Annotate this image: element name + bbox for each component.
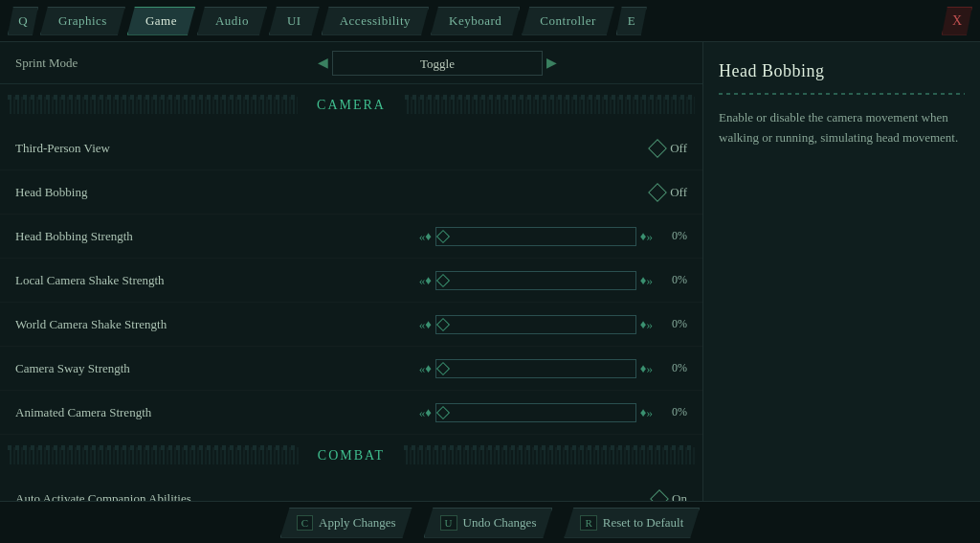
- local-camera-shake-row[interactable]: Local Camera Shake Strength «♦ ♦» 0%: [0, 259, 702, 303]
- third-person-view-toggle[interactable]: Off: [651, 141, 687, 156]
- sprint-mode-control: ◀ Toggle ▶: [188, 51, 687, 76]
- slider-right-arrow-3[interactable]: ♦»: [640, 317, 653, 332]
- head-bobbing-strength-row[interactable]: Head Bobbing Strength «♦ ♦» 0%: [0, 215, 702, 259]
- head-bobbing-strength-value: 0%: [660, 229, 687, 243]
- reset-default-button[interactable]: R Reset to Default: [564, 508, 700, 538]
- slider-thumb-2: [436, 273, 450, 286]
- undo-key: U: [440, 515, 457, 531]
- diamond-icon: [648, 139, 667, 158]
- tab-ui[interactable]: UI: [269, 7, 320, 35]
- animated-camera-value: 0%: [660, 405, 687, 419]
- head-bobbing-strength-label: Head Bobbing Strength: [15, 229, 226, 244]
- camera-header-line-left: [8, 97, 298, 114]
- slider-thumb: [436, 229, 450, 242]
- third-person-view-value: Off: [670, 141, 687, 156]
- local-camera-shake-value: 0%: [660, 273, 687, 287]
- combat-section-title: Combat: [299, 448, 404, 464]
- tab-graphics[interactable]: Graphics: [40, 7, 125, 35]
- world-camera-shake-slider[interactable]: «♦ ♦»: [419, 315, 653, 334]
- world-camera-shake-row[interactable]: World Camera Shake Strength «♦ ♦» 0%: [0, 303, 702, 347]
- auto-activate-companion-control: On: [226, 491, 687, 502]
- slider-thumb-5: [436, 405, 450, 419]
- camera-sway-value: 0%: [660, 361, 687, 375]
- sprint-mode-right-arrow[interactable]: ▶: [546, 55, 557, 71]
- combat-header-line-right: [404, 447, 695, 464]
- tab-controller[interactable]: Controller: [522, 7, 613, 35]
- slider-track[interactable]: [435, 227, 636, 246]
- camera-sway-label: Camera Sway Strength: [15, 361, 226, 376]
- close-button[interactable]: X: [942, 7, 972, 35]
- slider-right-arrow-4[interactable]: ♦»: [640, 361, 653, 376]
- reset-label: Reset to Default: [603, 515, 683, 531]
- help-description: Enable or disable the camera movement wh…: [719, 108, 965, 148]
- q-button[interactable]: Q: [8, 7, 38, 35]
- third-person-view-row[interactable]: Third-Person View Off: [0, 126, 702, 170]
- diamond-icon-3: [650, 489, 669, 501]
- help-panel: Head Bobbing Enable or disable the camer…: [702, 42, 980, 501]
- slider-track-3[interactable]: [435, 315, 636, 334]
- slider-left-arrow-5[interactable]: «♦: [419, 405, 432, 420]
- main-layout: Sprint Mode ◀ Toggle ▶ Camera Third-Pers…: [0, 42, 980, 501]
- camera-header-line-right: [405, 97, 695, 114]
- world-camera-shake-label: World Camera Shake Strength: [15, 317, 226, 332]
- sprint-mode-value: Toggle: [332, 51, 543, 76]
- camera-sway-slider[interactable]: «♦ ♦»: [419, 359, 653, 378]
- local-camera-shake-label: Local Camera Shake Strength: [15, 273, 226, 288]
- slider-track-4[interactable]: [435, 359, 636, 378]
- head-bobbing-label: Head Bobbing: [15, 185, 226, 200]
- slider-right-arrow[interactable]: ♦»: [640, 229, 653, 244]
- e-button[interactable]: E: [616, 7, 647, 35]
- apply-key: C: [297, 515, 313, 531]
- world-camera-shake-control: «♦ ♦» 0%: [226, 315, 687, 334]
- apply-label: Apply Changes: [319, 515, 396, 531]
- apply-changes-button[interactable]: C Apply Changes: [280, 508, 412, 538]
- tab-accessibility[interactable]: Accessibility: [322, 7, 429, 35]
- world-camera-shake-value: 0%: [660, 317, 687, 331]
- undo-changes-button[interactable]: U Undo Changes: [424, 508, 553, 538]
- slider-right-arrow-5[interactable]: ♦»: [640, 405, 653, 420]
- animated-camera-control: «♦ ♦» 0%: [226, 403, 687, 422]
- camera-sway-row[interactable]: Camera Sway Strength «♦ ♦» 0%: [0, 347, 702, 391]
- diamond-icon-2: [648, 183, 667, 202]
- slider-thumb-3: [436, 317, 450, 330]
- undo-label: Undo Changes: [463, 515, 537, 531]
- slider-thumb-4: [436, 361, 450, 374]
- auto-activate-companion-label: Auto Activate Companion Abilities: [15, 491, 226, 502]
- bottom-bar: C Apply Changes U Undo Changes R Reset t…: [0, 501, 980, 543]
- local-camera-shake-slider[interactable]: «♦ ♦»: [419, 271, 653, 290]
- camera-section-title: Camera: [298, 98, 405, 113]
- sprint-mode-left-arrow[interactable]: ◀: [318, 55, 328, 71]
- reset-key: R: [580, 515, 596, 531]
- slider-track-5[interactable]: [435, 403, 636, 422]
- third-person-view-label: Third-Person View: [15, 141, 226, 156]
- sprint-mode-label: Sprint Mode: [15, 56, 188, 71]
- sprint-mode-row: Sprint Mode ◀ Toggle ▶: [0, 42, 702, 84]
- head-bobbing-toggle[interactable]: Off: [651, 185, 687, 200]
- slider-left-arrow-3[interactable]: «♦: [419, 317, 432, 332]
- head-bobbing-strength-control: «♦ ♦» 0%: [226, 227, 687, 246]
- head-bobbing-row[interactable]: Head Bobbing Off: [0, 170, 702, 215]
- help-divider: [719, 93, 965, 95]
- tab-game[interactable]: Game: [127, 7, 195, 35]
- slider-track-2[interactable]: [435, 271, 636, 290]
- combat-header-line-left: [8, 447, 299, 464]
- slider-left-arrow[interactable]: «♦: [419, 229, 432, 244]
- slider-right-arrow-2[interactable]: ♦»: [640, 273, 653, 288]
- local-camera-shake-control: «♦ ♦» 0%: [226, 271, 687, 290]
- auto-activate-companion-toggle[interactable]: On: [653, 491, 687, 502]
- head-bobbing-strength-slider[interactable]: «♦ ♦»: [419, 227, 653, 246]
- animated-camera-slider[interactable]: «♦ ♦»: [419, 403, 653, 422]
- auto-activate-companion-row[interactable]: Auto Activate Companion Abilities On: [0, 477, 702, 501]
- slider-left-arrow-2[interactable]: «♦: [419, 273, 432, 288]
- tab-audio[interactable]: Audio: [197, 7, 267, 35]
- third-person-view-control: Off: [226, 141, 687, 156]
- head-bobbing-control: Off: [226, 185, 687, 200]
- settings-panel[interactable]: Sprint Mode ◀ Toggle ▶ Camera Third-Pers…: [0, 42, 702, 501]
- help-title: Head Bobbing: [719, 61, 965, 81]
- animated-camera-row[interactable]: Animated Camera Strength «♦ ♦» 0%: [0, 391, 702, 435]
- combat-section-header: Combat: [0, 439, 702, 473]
- slider-left-arrow-4[interactable]: «♦: [419, 361, 432, 376]
- head-bobbing-value: Off: [670, 185, 687, 200]
- animated-camera-label: Animated Camera Strength: [15, 405, 226, 420]
- tab-keyboard[interactable]: Keyboard: [431, 7, 520, 35]
